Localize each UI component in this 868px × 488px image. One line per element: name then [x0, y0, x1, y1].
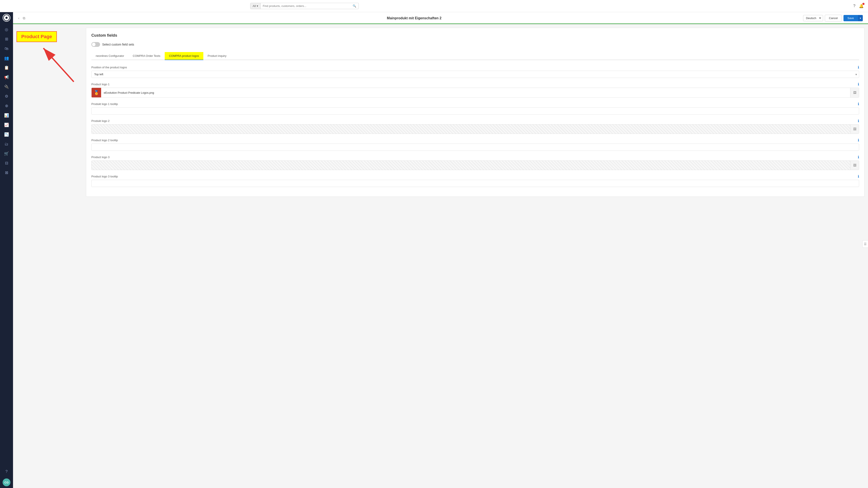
app-body: ◎ ⊞ 🛍 👥 📋 📢 🔌 ⚙ ⊕ 📊 📈 📉 🗂 🛒 ⊟ ⊠ ? CG ‹ ⧉…: [0, 12, 868, 488]
sidebar-item-orders[interactable]: 🛍: [2, 44, 11, 53]
notification-badge: [862, 3, 865, 5]
logo3-tooltip-input[interactable]: [91, 180, 859, 187]
logo1-upload-icon: 🖼: [853, 91, 856, 94]
products-icon: ⊞: [5, 37, 8, 41]
toggle-label: Select custom field sets: [102, 43, 134, 46]
tab-compra-order-label: COMPRA Order Texts: [133, 54, 160, 58]
sidebar-item-table1[interactable]: 📊: [2, 111, 11, 120]
logo3-upload-icon: 🖼: [853, 164, 856, 167]
left-panel: Product Page: [13, 24, 83, 488]
language-select[interactable]: Deutsch English Français: [803, 15, 823, 21]
grid1-icon: ⊟: [5, 161, 8, 165]
sidebar-item-grid2[interactable]: ⊠: [2, 168, 11, 177]
logo3-tooltip-info-icon[interactable]: ℹ: [858, 174, 859, 178]
sidebar-item-products[interactable]: ⊞: [2, 35, 11, 43]
settings-icon: ⚙: [5, 94, 8, 99]
logo2-tooltip-info-icon[interactable]: ℹ: [858, 138, 859, 142]
cancel-button[interactable]: Cancel: [825, 15, 842, 22]
logo1-tooltip-info-icon[interactable]: ℹ: [858, 102, 859, 106]
logo1-label-text: Product logo 1: [91, 83, 110, 86]
position-select-wrapper: Top left Top right Bottom left Bottom ri…: [91, 71, 859, 78]
notifications-icon[interactable]: 🔔: [859, 4, 864, 8]
logo1-tooltip-input[interactable]: [91, 107, 859, 115]
logo3-upload-button[interactable]: 🖼: [850, 161, 859, 170]
svg-line-4: [43, 48, 74, 82]
sidebar-item-dashboard[interactable]: ◎: [2, 25, 11, 34]
logo1-upload-button[interactable]: 🖼: [850, 88, 859, 97]
logo3-label-text: Product logo 3: [91, 156, 110, 159]
sidebar-item-customers[interactable]: 👥: [2, 54, 11, 62]
tab-neonlines[interactable]: neonlines Configurator: [91, 52, 128, 60]
grid2-icon: ⊠: [5, 170, 8, 175]
sidebar-item-content[interactable]: 📋: [2, 63, 11, 72]
tab-neonlines-label: neonlines Configurator: [96, 54, 124, 58]
toggle-slider: [91, 42, 100, 47]
logo2-tooltip-input[interactable]: [91, 143, 859, 151]
position-select[interactable]: Top left Top right Bottom left Bottom ri…: [91, 71, 859, 78]
svg-point-2: [5, 17, 8, 19]
table4-icon: 🗂: [5, 142, 8, 147]
table3-icon: 📉: [4, 132, 9, 137]
logo1-field-row: Product logo 1 ℹ 🏅 eEvolution Product Pr…: [91, 82, 859, 98]
sidebar-item-grid1[interactable]: ⊟: [2, 159, 11, 167]
sidebar-item-marketing[interactable]: 📢: [2, 73, 11, 82]
logo1-info-icon[interactable]: ℹ: [858, 82, 859, 86]
logo2-tooltip-label: Product logo 2 tooltip ℹ: [91, 138, 859, 142]
logo1-filename: eEvolution Product Predicate Logos.png: [101, 91, 850, 94]
custom-field-sets-toggle[interactable]: [91, 42, 100, 47]
tab-compra-logos[interactable]: COMPRA product logos: [165, 52, 203, 60]
tab-product-inquiry[interactable]: Product inquiry: [203, 52, 231, 60]
progress-bar: [13, 24, 868, 24]
search-input[interactable]: [260, 3, 351, 9]
search-type-chevron: ▾: [257, 4, 258, 8]
logo2-upload-button[interactable]: 🖼: [850, 124, 859, 134]
sidebar-item-table4[interactable]: 🗂: [2, 140, 11, 148]
sidebar-item-help[interactable]: ?: [2, 467, 11, 476]
logo3-tooltip-label-text: Product logo 3 tooltip: [91, 175, 118, 178]
search-type-button[interactable]: All ▾: [250, 3, 260, 9]
sidebar-item-add[interactable]: ⊕: [2, 101, 11, 110]
arrow-annotation: [30, 42, 78, 85]
logo3-field-row: Product logo 3 ℹ 🖼: [91, 155, 859, 170]
logo2-tooltip-field-row: Product logo 2 tooltip ℹ: [91, 138, 859, 151]
save-button[interactable]: Save: [843, 15, 858, 21]
table2-icon: 📈: [4, 123, 9, 127]
back-button[interactable]: ‹: [18, 16, 19, 20]
search-submit-button[interactable]: 🔍: [350, 3, 359, 9]
help-icon[interactable]: ?: [853, 4, 856, 8]
logo3-info-icon[interactable]: ℹ: [858, 155, 859, 159]
logo1-tooltip-label-text: Produkt logo 1 tooltip: [91, 102, 118, 106]
save-dropdown-button[interactable]: ▾: [858, 15, 863, 21]
copy-button[interactable]: ⧉: [23, 16, 25, 20]
customers-icon: 👥: [4, 56, 9, 61]
page-title: Mainprodukt mit Eigenschaften 2: [29, 16, 800, 20]
sidebar-item-cart[interactable]: 🛒: [2, 149, 11, 158]
custom-fields-card: Custom fields Select custom field sets n…: [86, 28, 865, 197]
logo3-upload-area: 🖼: [91, 161, 859, 170]
custom-fields-tabs: neonlines Configurator COMPRA Order Text…: [91, 52, 859, 60]
logo2-info-icon[interactable]: ℹ: [858, 119, 859, 123]
right-sidebar-toggle[interactable]: ☰: [862, 240, 868, 248]
topbar: All ▾ 🔍 ? 🔔: [0, 0, 868, 12]
logo2-upload-icon: 🖼: [853, 127, 856, 131]
section-title: Custom fields: [91, 33, 859, 38]
sidebar-item-settings[interactable]: ⚙: [2, 92, 11, 101]
logo1-tooltip-field-row: Produkt logo 1 tooltip ℹ: [91, 102, 859, 115]
header-actions: Deutsch English Français Cancel Save ▾: [803, 15, 863, 22]
tab-product-inquiry-label: Product inquiry: [208, 54, 226, 58]
sidebar-item-plugins[interactable]: 🔌: [2, 83, 11, 91]
logo1-preview: 🏅: [92, 88, 101, 97]
logo3-tooltip-field-row: Product logo 3 tooltip ℹ: [91, 174, 859, 187]
arrow-svg: [30, 42, 78, 85]
position-info-icon[interactable]: ℹ: [858, 65, 859, 69]
sidebar-item-table2[interactable]: 📈: [2, 121, 11, 129]
topbar-right: ? 🔔: [853, 4, 864, 8]
marketing-icon: 📢: [4, 75, 9, 79]
avatar-initials: CG: [4, 481, 9, 484]
position-field-row: Position of the product logos ℹ Top left…: [91, 65, 859, 78]
tab-compra-order[interactable]: COMPRA Order Texts: [128, 52, 165, 60]
main-content: Custom fields Select custom field sets n…: [83, 24, 868, 488]
avatar[interactable]: CG: [3, 479, 10, 486]
sidebar-item-table3[interactable]: 📉: [2, 130, 11, 139]
logo[interactable]: [3, 14, 10, 22]
